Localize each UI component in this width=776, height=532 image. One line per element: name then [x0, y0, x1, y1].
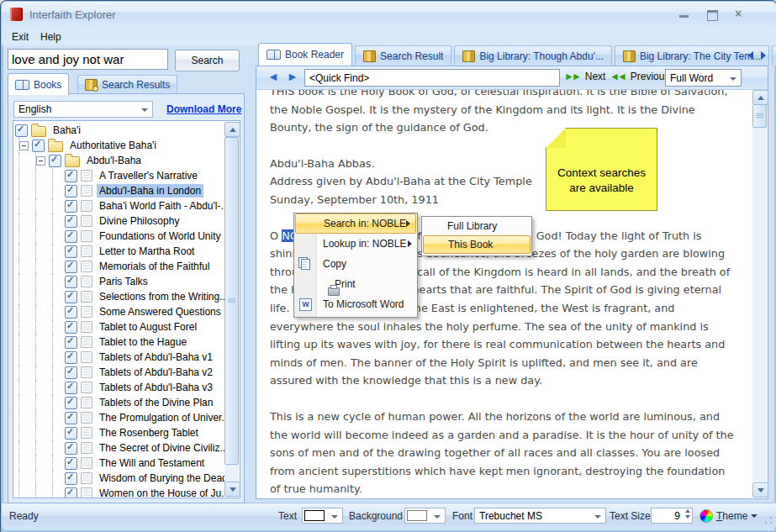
tree-node[interactable]: Tablet to the Hague [14, 334, 224, 350]
font-select[interactable]: Trebuchet MS [474, 508, 606, 524]
tree-node[interactable]: The Will and Testament [14, 456, 224, 471]
reader-tab-4[interactable] [772, 45, 776, 66]
nav-forward-icon[interactable] [287, 71, 298, 82]
scroll-down-icon[interactable] [224, 482, 240, 497]
checkbox-checked-icon[interactable] [65, 245, 77, 258]
scroll-up-icon[interactable] [752, 90, 768, 105]
tree-node[interactable]: The Rosenberg Tablet [14, 425, 224, 440]
tree-node[interactable]: Wisdom of Burying the Dead [14, 471, 224, 486]
checkbox-checked-icon[interactable] [65, 412, 77, 424]
tree-node[interactable]: Abdu'l-Baha in London [14, 183, 224, 198]
tree-scrollbar[interactable] [224, 122, 239, 497]
background-color-select[interactable] [404, 508, 446, 524]
context-menu-item-1[interactable]: Lookup in: NOBLE [294, 234, 417, 254]
nav-back-icon[interactable] [267, 71, 279, 82]
tree-guide-line [52, 334, 65, 350]
checkbox-checked-icon[interactable] [65, 472, 77, 485]
context-menu-item-4[interactable]: To Microsoft Word [294, 294, 417, 314]
reader-scrollbar[interactable] [752, 90, 767, 498]
tree-node[interactable]: Baha'i [14, 123, 224, 138]
reader-tab-1[interactable]: Search Result [355, 45, 451, 66]
tab-scroll-right-icon[interactable] [761, 51, 766, 60]
tree-node[interactable]: Foundations of World Unity [14, 229, 224, 244]
tree-node[interactable]: Some Answered Questions [14, 304, 224, 319]
text-color-select[interactable] [302, 508, 343, 524]
tree-node[interactable]: The Secret of Divine Civiliz... [14, 440, 224, 456]
context-menu-item-2[interactable]: Copy [294, 254, 417, 274]
checkbox-checked-icon[interactable] [65, 336, 77, 349]
text-size-stepper[interactable]: 9 [651, 508, 693, 524]
scroll-up-icon[interactable] [224, 122, 240, 137]
checkbox-checked-icon[interactable] [15, 124, 28, 137]
tree-node[interactable]: Tablets of the Divine Plan [14, 395, 224, 410]
submenu-item-1[interactable]: This Book [423, 235, 531, 254]
tree-node[interactable]: Tablets of Abdu'l-Baha v1 [14, 350, 224, 365]
search-button[interactable]: Search [175, 50, 240, 71]
quick-find-input[interactable] [304, 69, 560, 87]
submenu-item-0[interactable]: Full Library [422, 217, 531, 235]
checkbox-checked-icon[interactable] [65, 170, 77, 182]
tree-node[interactable]: Memorials of the Faithful [14, 259, 224, 274]
checkbox-checked-icon[interactable] [65, 291, 77, 303]
minimize-button[interactable] [679, 15, 689, 18]
context-menu-item-3[interactable]: Print [294, 274, 417, 294]
next-button[interactable]: ►► Next [564, 71, 605, 82]
title-bar[interactable]: Interfaith Explorer [2, 2, 776, 26]
reader-tab-0[interactable]: Book Reader [258, 43, 352, 66]
tree-node[interactable]: Women on the House of Ju... [14, 486, 224, 498]
checkbox-checked-icon[interactable] [65, 351, 77, 364]
checkbox-checked-icon[interactable] [65, 215, 77, 228]
checkbox-checked-icon[interactable] [65, 442, 77, 455]
search-input[interactable] [8, 49, 168, 70]
match-mode-select[interactable]: Full Word [665, 69, 742, 87]
resize-grip[interactable] [764, 516, 773, 524]
maximize-button[interactable] [707, 10, 718, 21]
tree-node[interactable]: Tablets of Abdu'l-Baha v2 [14, 365, 224, 380]
collapse-icon[interactable] [19, 141, 29, 150]
checkbox-checked-icon[interactable] [65, 306, 77, 319]
checkbox-checked-icon[interactable] [49, 155, 61, 167]
close-button[interactable] [732, 8, 744, 19]
checkbox-checked-icon[interactable] [65, 457, 77, 470]
theme-button[interactable]: Theme [716, 510, 758, 522]
tree-node[interactable]: A Traveller's Narrative [14, 168, 224, 183]
reader-tab-2[interactable]: Big Library: Though Abdu'... [454, 45, 612, 66]
tree-node[interactable]: Divine Philosophy [14, 213, 224, 229]
scrollbar-thumb[interactable] [752, 104, 767, 128]
tree-node[interactable]: Tablet to August Forel [14, 319, 224, 334]
menu-help[interactable]: Help [37, 29, 65, 45]
context-menu-item-0[interactable]: Search in: NOBLE [295, 213, 416, 234]
tree-node[interactable]: Letter to Martha Root [14, 244, 224, 259]
tree-node[interactable]: Baha'i World Faith - Abdu'l-... [14, 198, 224, 213]
tab-books[interactable]: Books [8, 73, 69, 95]
scrollbar-thumb[interactable] [224, 137, 239, 465]
checkbox-checked-icon[interactable] [65, 427, 77, 440]
tree-node[interactable]: The Promulgation of Univer... [14, 410, 224, 425]
checkbox-checked-icon[interactable] [65, 321, 77, 334]
language-select[interactable]: English [13, 101, 153, 118]
checkbox-checked-icon[interactable] [65, 185, 77, 198]
tree-node[interactable]: Abdu'l-Baha [14, 153, 224, 168]
checkbox-checked-icon[interactable] [65, 276, 77, 288]
checkbox-checked-icon[interactable] [65, 366, 77, 379]
menu-exit[interactable]: Exit [8, 29, 32, 45]
tree-node[interactable]: Paris Talks [14, 274, 224, 289]
previous-button[interactable]: ◄◄ Previous [610, 71, 669, 82]
collapse-icon[interactable] [36, 156, 45, 166]
reader-tab-3[interactable]: Big Library: The City Tem... [615, 45, 769, 66]
tree-node[interactable]: Selections from the Writing... [14, 289, 224, 304]
scroll-down-icon[interactable] [752, 482, 768, 498]
tab-search-results[interactable]: Search Results [77, 75, 177, 94]
tab-scroll-left-icon[interactable] [748, 51, 753, 60]
checkbox-checked-icon[interactable] [65, 200, 77, 213]
checkbox-checked-icon[interactable] [65, 397, 77, 409]
checkbox-checked-icon[interactable] [32, 140, 45, 152]
checkbox-checked-icon[interactable] [65, 261, 77, 273]
checkbox-checked-icon[interactable] [65, 230, 77, 243]
download-more-link[interactable]: Download More [166, 103, 241, 115]
spinner-arrows-icon[interactable] [685, 509, 690, 519]
tree-node[interactable]: Authoritative Baha'i [14, 138, 224, 153]
checkbox-checked-icon[interactable] [65, 487, 77, 498]
tree-node[interactable]: Tablets of Abdu'l-Baha v3 [14, 380, 224, 395]
checkbox-checked-icon[interactable] [65, 382, 77, 394]
